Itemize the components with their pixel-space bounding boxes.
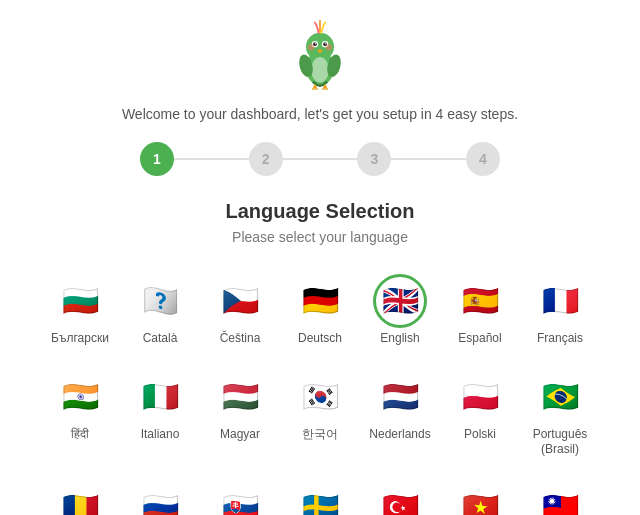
language-item[interactable]: 🇸🇪Svenska [280, 476, 360, 515]
flag-icon: 🇸🇰 [216, 484, 264, 515]
language-grid: 🇧🇬Български🏴󠁥󠁳󠁣󠁴󠁿Català🇨🇿Čeština🇩🇪Deutsc… [40, 269, 600, 515]
language-item[interactable]: 🇭🇺Magyar [200, 365, 280, 466]
step-line-1 [174, 158, 249, 160]
flag-icon: 🇨🇿 [216, 277, 264, 325]
svg-point-2 [311, 57, 329, 82]
language-item[interactable]: 🇧🇬Български [40, 269, 120, 355]
language-item[interactable]: 🇹🇼中文(繁體) [520, 476, 600, 515]
flag-icon: 🇷🇺 [136, 484, 184, 515]
language-label: हिंदी [71, 427, 89, 443]
step-3: 3 [357, 142, 391, 176]
step-line-2 [283, 158, 358, 160]
language-item[interactable]: 🇹🇷Türkçe [360, 476, 440, 515]
flag-icon: 🇰🇷 [296, 373, 344, 421]
language-item[interactable]: 🇷🇴Română [40, 476, 120, 515]
language-item[interactable]: 🇻🇳Tiếng Việt [440, 476, 520, 515]
step-4: 4 [466, 142, 500, 176]
language-item[interactable]: 🇸🇰Slovenčina [200, 476, 280, 515]
language-label: 한국어 [302, 427, 338, 443]
flag-icon: 🇵🇱 [456, 373, 504, 421]
flag-icon: 🇫🇷 [536, 277, 584, 325]
language-label: Nederlands [369, 427, 430, 443]
flag-icon: 🇭🇺 [216, 373, 264, 421]
flag-icon: 🏴󠁥󠁳󠁣󠁴󠁿 [136, 277, 184, 325]
svg-point-12 [326, 44, 332, 50]
language-label: Italiano [141, 427, 180, 443]
flag-icon: 🇪🇸 [456, 277, 504, 325]
svg-point-11 [308, 44, 314, 50]
language-item[interactable]: 🇳🇱Nederlands [360, 365, 440, 466]
flag-icon: 🇹🇷 [376, 484, 424, 515]
stepper: 1 2 3 4 [140, 142, 500, 176]
flag-icon: 🇧🇷 [536, 373, 584, 421]
flag-icon: 🇧🇬 [56, 277, 104, 325]
language-item[interactable]: 🇫🇷Français [520, 269, 600, 355]
flag-icon: 🇮🇹 [136, 373, 184, 421]
language-label: Español [458, 331, 501, 347]
language-label: Magyar [220, 427, 260, 443]
language-label: Português (Brasil) [524, 427, 596, 458]
language-label: Français [537, 331, 583, 347]
language-item[interactable]: 🇰🇷한국어 [280, 365, 360, 466]
language-item[interactable]: 🏴󠁥󠁳󠁣󠁴󠁿Català [120, 269, 200, 355]
flag-icon: 🇬🇧 [376, 277, 424, 325]
section-title: Language Selection [226, 200, 415, 223]
language-item[interactable]: 🇮🇹Italiano [120, 365, 200, 466]
flag-icon: 🇸🇪 [296, 484, 344, 515]
flag-icon: 🇻🇳 [456, 484, 504, 515]
step-2: 2 [249, 142, 283, 176]
parrot-mascot [285, 20, 355, 94]
flag-icon: 🇳🇱 [376, 373, 424, 421]
language-label: English [380, 331, 419, 347]
language-item[interactable]: 🇧🇷Português (Brasil) [520, 365, 600, 466]
language-item[interactable]: 🇮🇳हिंदी [40, 365, 120, 466]
welcome-text: Welcome to your dashboard, let's get you… [122, 106, 518, 122]
language-label: Čeština [220, 331, 261, 347]
flag-icon: 🇩🇪 [296, 277, 344, 325]
step-line-3 [391, 158, 466, 160]
svg-point-10 [325, 43, 326, 44]
language-label: Català [143, 331, 178, 347]
language-label: Deutsch [298, 331, 342, 347]
language-label: Български [51, 331, 109, 347]
language-item[interactable]: 🇬🇧English [360, 269, 440, 355]
language-item[interactable]: 🇪🇸Español [440, 269, 520, 355]
svg-point-7 [315, 43, 316, 44]
flag-icon: 🇷🇴 [56, 484, 104, 515]
flag-icon: 🇹🇼 [536, 484, 584, 515]
language-item[interactable]: 🇨🇿Čeština [200, 269, 280, 355]
section-subtitle: Please select your language [232, 229, 408, 245]
flag-icon: 🇮🇳 [56, 373, 104, 421]
language-item[interactable]: 🇵🇱Polski [440, 365, 520, 466]
language-item[interactable]: 🇩🇪Deutsch [280, 269, 360, 355]
language-label: Polski [464, 427, 496, 443]
step-1: 1 [140, 142, 174, 176]
language-item[interactable]: 🇷🇺Русский [120, 476, 200, 515]
